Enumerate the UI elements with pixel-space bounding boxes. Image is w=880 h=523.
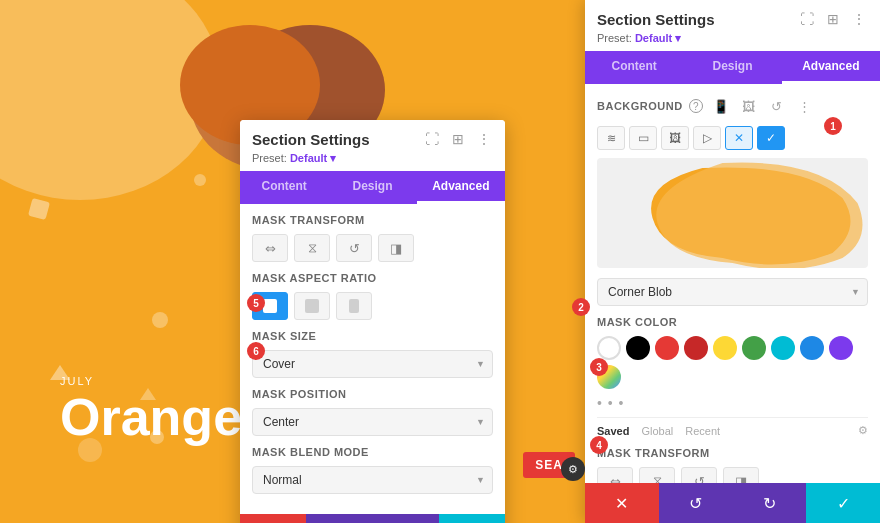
right-dots-btn[interactable]: • • • — [597, 395, 868, 411]
right-bg-selected-icon[interactable]: ✓ — [757, 126, 785, 150]
right-color-preview — [597, 158, 868, 268]
right-preset-row: Preset: Default ▾ — [597, 32, 868, 45]
right-flip-h-btn[interactable]: ⇔ — [597, 467, 633, 483]
swatch-red1[interactable] — [655, 336, 679, 360]
left-redo-button[interactable]: ↻ — [373, 514, 439, 523]
badge-2: 2 — [572, 298, 590, 316]
swatch-yellow[interactable] — [713, 336, 737, 360]
right-bg-solid-icon[interactable]: ▭ — [629, 126, 657, 150]
left-more-icon[interactable]: ⋮ — [475, 130, 493, 148]
badge-1: 1 — [824, 117, 842, 135]
svg-point-2 — [152, 312, 168, 328]
left-panel-footer: ✕ ↺ ↻ ✓ — [240, 514, 505, 523]
badge-5: 5 — [247, 294, 265, 312]
left-cancel-button[interactable]: ✕ — [240, 514, 306, 523]
left-fullscreen-icon[interactable]: ⛶ — [423, 130, 441, 148]
saved-tab-global[interactable]: Global — [641, 425, 673, 437]
right-bg-video-icon[interactable]: ▷ — [693, 126, 721, 150]
badge-3: 3 — [590, 358, 608, 376]
left-mask-size-label: Mask Size — [252, 330, 493, 342]
right-reset-button[interactable]: ↺ — [659, 483, 733, 523]
right-bg-gradient-icon[interactable]: ≋ — [597, 126, 625, 150]
badge-4: 4 — [590, 436, 608, 454]
right-panel-header: Section Settings ⛶ ⊞ ⋮ Preset: Default ▾ — [585, 0, 880, 51]
left-aspect-btn-2[interactable] — [294, 292, 330, 320]
left-mask-transform-label: Mask Transform — [252, 214, 493, 226]
right-bg-reset-icon[interactable]: ↺ — [765, 94, 789, 118]
right-preset-label: Preset: — [597, 32, 635, 44]
left-aspect-btns — [252, 292, 493, 320]
right-cancel-button[interactable]: ✕ — [585, 483, 659, 523]
left-invert-btn[interactable]: ◨ — [378, 234, 414, 262]
left-preset-dropdown[interactable]: Default ▾ — [290, 152, 336, 164]
svg-point-6 — [194, 174, 206, 186]
right-invert-btn[interactable]: ◨ — [723, 467, 759, 483]
left-tab-advanced[interactable]: Advanced — [417, 171, 505, 204]
badge-6: 6 — [247, 342, 265, 360]
swatch-purple[interactable] — [829, 336, 853, 360]
corner-settings-button[interactable]: ⚙ — [561, 457, 585, 481]
left-preset-label: Preset: — [252, 152, 290, 164]
left-mask-position-select[interactable]: Center Top Left Bottom Right — [252, 408, 493, 436]
swatch-white[interactable] — [597, 336, 621, 360]
right-bg-photo-icon[interactable]: 🖼 — [661, 126, 689, 150]
right-more-icon[interactable]: ⋮ — [850, 10, 868, 28]
left-tab-design[interactable]: Design — [328, 171, 416, 204]
swatch-green1[interactable] — [742, 336, 766, 360]
saved-gear-icon[interactable]: ⚙ — [858, 424, 868, 437]
right-panel-content: Background ? 📱 🖼 ↺ ⋮ ≋ ▭ 🖼 ▷ ✕ ✓ — [585, 84, 880, 483]
right-saved-tabs: Saved Global Recent ⚙ — [597, 424, 868, 437]
left-rotate-btn[interactable]: ↺ — [336, 234, 372, 262]
left-mask-size-select[interactable]: Cover Contain Auto — [252, 350, 493, 378]
left-save-button[interactable]: ✓ — [439, 514, 505, 523]
left-mask-aspect-label: Mask Aspect Ratio — [252, 272, 493, 284]
left-mask-blend-select[interactable]: Normal Multiply Screen — [252, 466, 493, 494]
left-mask-blend-label: Mask Blend Mode — [252, 446, 493, 458]
right-tab-design[interactable]: Design — [683, 51, 781, 84]
saved-tab-saved[interactable]: Saved — [597, 425, 629, 437]
right-redo-button[interactable]: ↻ — [733, 483, 807, 523]
swatch-red2[interactable] — [684, 336, 708, 360]
svg-point-0 — [0, 0, 220, 200]
right-tab-bar: Content Design Advanced — [585, 51, 880, 84]
left-tab-bar: Content Design Advanced — [240, 171, 505, 204]
right-rotate-btn[interactable]: ↺ — [681, 467, 717, 483]
right-tab-advanced[interactable]: Advanced — [782, 51, 880, 84]
right-bg-image-icon[interactable]: 🖼 — [737, 94, 761, 118]
right-tab-content[interactable]: Content — [585, 51, 683, 84]
right-bg-more-icon[interactable]: ⋮ — [793, 94, 817, 118]
right-mask-type-select[interactable]: Corner Blob Blob Circle — [597, 278, 868, 306]
swatch-blue[interactable] — [800, 336, 824, 360]
right-save-button[interactable]: ✓ — [806, 483, 880, 523]
right-preset-dropdown[interactable]: Default ▾ — [635, 32, 681, 44]
swatch-black[interactable] — [626, 336, 650, 360]
right-bg-mask-icon[interactable]: ✕ — [725, 126, 753, 150]
swatch-green2[interactable] — [771, 336, 795, 360]
left-mask-position-label: Mask Position — [252, 388, 493, 400]
orange-text-area: JULY Orange — [60, 375, 242, 443]
month-label: JULY — [60, 375, 242, 387]
left-panel-header-icons: ⛶ ⊞ ⋮ — [423, 130, 493, 148]
right-info-icon[interactable]: ? — [689, 99, 703, 113]
right-flip-v-btn[interactable]: ⧖ — [639, 467, 675, 483]
right-divider — [597, 417, 868, 418]
right-color-swatches — [597, 336, 868, 389]
left-transform-row: ⇔ ⧖ ↺ ◨ — [252, 234, 493, 262]
left-tab-content[interactable]: Content — [240, 171, 328, 204]
saved-tab-recent[interactable]: Recent — [685, 425, 720, 437]
right-mask-color-label: Mask Color — [597, 316, 868, 328]
right-background-label: Background — [597, 100, 683, 112]
right-panel-footer: ✕ ↺ ↻ ✓ — [585, 483, 880, 523]
page-title: Orange — [60, 388, 242, 446]
right-bg-mobile-icon[interactable]: 📱 — [709, 94, 733, 118]
right-transform-row: ⇔ ⧖ ↺ ◨ — [597, 467, 868, 483]
left-flip-v-btn[interactable]: ⧖ — [294, 234, 330, 262]
left-layout-icon[interactable]: ⊞ — [449, 130, 467, 148]
left-flip-h-btn[interactable]: ⇔ — [252, 234, 288, 262]
right-mask-transform-label: Mask Transform — [597, 447, 868, 459]
left-aspect-btn-3[interactable] — [336, 292, 372, 320]
right-section-settings-panel: Section Settings ⛶ ⊞ ⋮ Preset: Default ▾… — [585, 0, 880, 523]
left-reset-button[interactable]: ↺ — [306, 514, 372, 523]
right-layout-icon[interactable]: ⊞ — [824, 10, 842, 28]
right-fullscreen-icon[interactable]: ⛶ — [798, 10, 816, 28]
